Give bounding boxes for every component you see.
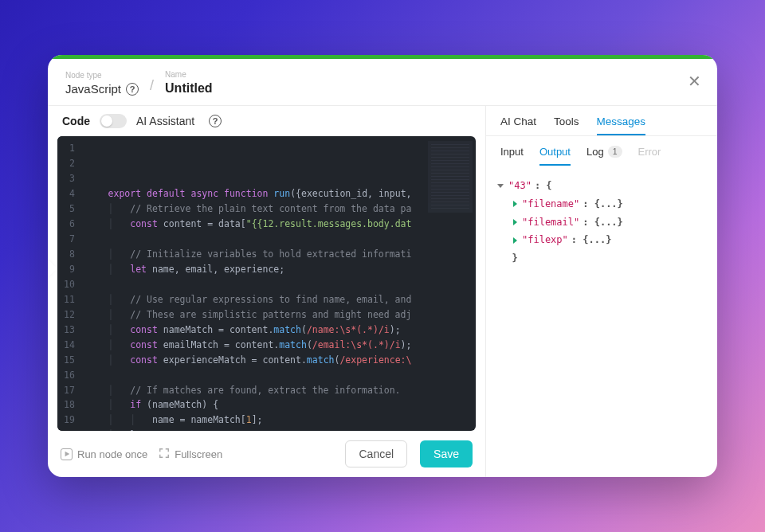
code-line[interactable]: │ // These are simplistic patterns and m…: [86, 307, 471, 323]
run-node-once-button[interactable]: Run node once: [61, 448, 147, 460]
name-group: Name Untitled: [165, 70, 213, 96]
subtab-output[interactable]: Output: [539, 146, 571, 166]
subtab-log[interactable]: Log 1: [586, 146, 622, 166]
name-label: Name: [165, 70, 213, 79]
fullscreen-label: Fullscreen: [175, 448, 222, 460]
log-count-badge: 1: [608, 146, 622, 158]
code-line[interactable]: │ // Retrieve the plain text content fro…: [86, 201, 471, 217]
help-icon[interactable]: ?: [126, 83, 139, 96]
name-value[interactable]: Untitled: [165, 81, 213, 96]
json-key-filename[interactable]: "filename" : {...}: [497, 195, 706, 213]
editor-dialog: Node type JavaScript ? / Name Untitled ✕…: [48, 55, 717, 477]
code-line[interactable]: │ if (nameMatch) {: [86, 397, 471, 413]
code-line[interactable]: │ const experienceMatch = content.match(…: [86, 353, 471, 368]
help-icon[interactable]: ?: [209, 115, 222, 127]
nodetype-label: Node type: [65, 71, 139, 80]
nodetype-group: Node type JavaScript ?: [65, 71, 139, 96]
code-line[interactable]: │ const emailMatch = content.match(/emai…: [86, 338, 471, 353]
code-line[interactable]: │ // Use regular expressions to find nam…: [86, 292, 471, 307]
right-subtabs: Input Output Log 1 Error: [486, 135, 717, 166]
subtab-log-label: Log: [586, 146, 604, 158]
breadcrumb-separator: /: [150, 77, 154, 94]
code-line[interactable]: export default async function run({execu…: [86, 186, 471, 201]
right-tabs: AI ChatToolsMessages: [486, 106, 717, 135]
left-pane: Code AI Assistant ? 12345678910111213141…: [48, 106, 486, 477]
code-line[interactable]: │ const nameMatch = content.match(/name:…: [86, 323, 471, 338]
dialog-body: Code AI Assistant ? 12345678910111213141…: [48, 106, 717, 477]
svg-marker-0: [65, 452, 69, 456]
run-node-once-label: Run node once: [77, 448, 147, 460]
minimap[interactable]: [428, 141, 473, 213]
json-key-filemail[interactable]: "filemail" : {...}: [497, 213, 706, 232]
code-line[interactable]: [86, 232, 471, 247]
json-close-brace: }: [497, 249, 706, 268]
subtab-input[interactable]: Input: [500, 146, 524, 166]
fullscreen-button[interactable]: Fullscreen: [159, 448, 222, 461]
right-pane: AI ChatToolsMessages Input Output Log 1 …: [486, 106, 717, 477]
code-line[interactable]: │ let name, email, experience;: [86, 262, 471, 277]
output-json-view[interactable]: "43" : {"filename" : {...}"filemail" : {…: [486, 166, 717, 477]
cancel-button[interactable]: Cancel: [345, 440, 407, 467]
tab-tools[interactable]: Tools: [554, 115, 579, 135]
play-icon: [61, 448, 73, 460]
save-button[interactable]: Save: [420, 440, 473, 467]
code-content[interactable]: export default async function run({execu…: [83, 136, 476, 431]
footer-actions: Run node once Fullscreen: [61, 448, 222, 461]
code-line[interactable]: │ │ name = nameMatch[1];: [86, 413, 471, 428]
code-line[interactable]: │ // If matches are found, extract the i…: [86, 383, 471, 398]
ai-toggle[interactable]: [100, 114, 127, 128]
ai-assistant-label: AI Assistant: [136, 115, 194, 127]
code-line[interactable]: [86, 368, 471, 383]
code-line[interactable]: │ // Initialize variables to hold extrac…: [86, 247, 471, 262]
subtab-error: Error: [638, 146, 661, 166]
tab-messages[interactable]: Messages: [597, 115, 646, 135]
left-footer: Run node once Fullscreen Cancel Save: [48, 431, 485, 477]
nodetype-value: JavaScript: [65, 82, 121, 96]
code-line[interactable]: │ }: [86, 428, 471, 431]
code-line[interactable]: [86, 277, 471, 292]
code-line[interactable]: │ const content = data["{{12.result.mess…: [86, 217, 471, 232]
code-label: Code: [62, 115, 90, 127]
close-icon[interactable]: ✕: [688, 72, 701, 91]
json-key-filexp[interactable]: "filexp" : {...}: [497, 231, 706, 249]
left-head: Code AI Assistant ?: [48, 106, 485, 136]
dialog-header: Node type JavaScript ? / Name Untitled ✕: [48, 59, 717, 105]
tab-ai-chat[interactable]: AI Chat: [500, 115, 536, 135]
code-editor[interactable]: 1234567891011121314151617181920212223 ex…: [57, 136, 476, 431]
fullscreen-icon: [159, 448, 170, 461]
json-root[interactable]: "43" : {: [497, 177, 706, 195]
line-gutter: 1234567891011121314151617181920212223: [57, 136, 83, 431]
